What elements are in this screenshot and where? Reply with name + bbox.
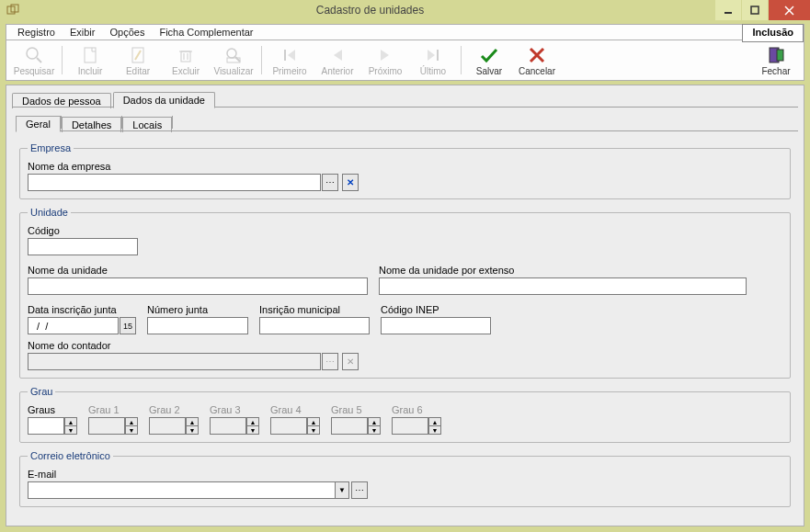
spin-graus[interactable]: ▲▼ bbox=[28, 417, 77, 435]
lookup-empresa-button[interactable]: ⋯ bbox=[322, 174, 338, 191]
clear-empresa-button[interactable]: ✕ bbox=[342, 174, 359, 191]
input-numero-junta[interactable] bbox=[147, 317, 248, 334]
svg-line-7 bbox=[37, 58, 41, 62]
spin-grau3: ▲▼ bbox=[210, 417, 259, 435]
email-lookup-button[interactable]: ⋯ bbox=[351, 481, 368, 499]
input-email[interactable] bbox=[28, 481, 335, 499]
svg-marker-22 bbox=[428, 50, 435, 61]
salvar-button[interactable]: Salvar bbox=[465, 42, 513, 78]
label-insc-municipal: Insrição municipal bbox=[259, 304, 370, 315]
titlebar: Cadastro de unidades bbox=[0, 0, 810, 20]
window-controls bbox=[714, 0, 810, 20]
input-nome-unidade-ext[interactable] bbox=[379, 277, 747, 295]
svg-line-10 bbox=[135, 51, 141, 60]
check-icon bbox=[478, 44, 500, 66]
anterior-button: Anterior bbox=[314, 42, 361, 78]
label-nome-unidade: Nome da unidade bbox=[28, 265, 368, 276]
svg-rect-8 bbox=[85, 48, 96, 62]
cancelar-button[interactable]: Cancelar bbox=[513, 42, 561, 78]
maximize-button[interactable] bbox=[742, 0, 768, 20]
first-icon bbox=[279, 44, 301, 66]
x-small-icon: ✕ bbox=[347, 177, 354, 187]
dropdown-email-button[interactable]: ▼ bbox=[335, 481, 349, 499]
input-grau2 bbox=[149, 417, 186, 435]
label-grau2: Grau 2 bbox=[149, 404, 199, 415]
toolbar: Pesquisar Incluir Editar Excluir Visual bbox=[6, 40, 804, 81]
fechar-button[interactable]: Fechar bbox=[752, 42, 800, 78]
label-nome-empresa: Nome da empresa bbox=[28, 161, 782, 172]
input-nome-empresa[interactable] bbox=[28, 174, 321, 191]
label-grau4: Grau 4 bbox=[270, 404, 320, 415]
svg-rect-3 bbox=[751, 6, 759, 14]
preview-icon bbox=[222, 44, 245, 66]
menubar: Registro Exibir Opções Ficha Complementa… bbox=[6, 24, 804, 40]
spin-down-icon[interactable]: ▼ bbox=[64, 425, 77, 435]
svg-point-6 bbox=[27, 48, 38, 59]
menu-opcoes[interactable]: Opções bbox=[102, 25, 152, 40]
form-area: Empresa Nome da empresa ⋯ ✕ Unidade Códi… bbox=[12, 139, 798, 520]
menu-exibir[interactable]: Exibir bbox=[63, 25, 103, 40]
svg-marker-21 bbox=[381, 50, 389, 61]
label-graus: Graus bbox=[28, 404, 77, 415]
group-empresa: Empresa Nome da empresa ⋯ ✕ bbox=[19, 142, 791, 199]
prev-icon bbox=[326, 44, 348, 66]
tab-geral[interactable]: Geral bbox=[16, 116, 61, 132]
spin-grau5: ▲▼ bbox=[331, 417, 381, 435]
ultimo-button: Último bbox=[409, 42, 457, 78]
tab-locais[interactable]: Locais bbox=[122, 117, 172, 132]
excluir-button: Excluir bbox=[162, 42, 210, 78]
clear-contador-button: ✕ bbox=[342, 353, 359, 370]
spin-grau4: ▲▼ bbox=[270, 417, 320, 435]
trash-icon bbox=[175, 44, 197, 66]
input-graus[interactable] bbox=[28, 417, 64, 435]
legend-unidade: Unidade bbox=[28, 207, 71, 218]
close-button[interactable] bbox=[769, 0, 810, 20]
spin-grau1: ▲▼ bbox=[88, 417, 138, 435]
proximo-button: Próximo bbox=[361, 42, 409, 78]
group-email: Correio eletrônico E-mail ▼ ⋯ bbox=[19, 450, 791, 507]
spin-grau2: ▲▼ bbox=[149, 417, 199, 435]
window: Cadastro de unidades Registro Exibir Opç… bbox=[0, 0, 810, 532]
label-grau5: Grau 5 bbox=[331, 404, 381, 415]
main-tabs: Dados de pessoa Dados da unidade bbox=[12, 89, 798, 108]
spin-up-icon[interactable]: ▲ bbox=[64, 417, 77, 425]
x-small-icon: ✕ bbox=[347, 357, 354, 367]
input-codigo[interactable] bbox=[28, 238, 138, 255]
next-icon bbox=[374, 44, 396, 66]
legend-grau: Grau bbox=[28, 386, 55, 397]
label-codigo-inep: Código INEP bbox=[381, 304, 491, 315]
svg-point-15 bbox=[227, 49, 236, 58]
combo-email[interactable]: ▼ bbox=[28, 481, 349, 499]
ellipsis-icon: ⋯ bbox=[325, 357, 335, 367]
group-grau: Grau Graus ▲▼ Grau 1 ▲▼ bbox=[19, 386, 791, 443]
chevron-down-icon: ▼ bbox=[338, 486, 346, 494]
minimize-button[interactable] bbox=[715, 0, 741, 20]
input-grau1 bbox=[88, 417, 125, 435]
sub-tabs: Geral Detalhes Locais bbox=[16, 113, 798, 131]
menu-registro[interactable]: Registro bbox=[10, 25, 63, 40]
lookup-contador-button: ⋯ bbox=[322, 353, 338, 370]
tab-dados-unidade[interactable]: Dados da unidade bbox=[113, 92, 215, 108]
input-codigo-inep[interactable] bbox=[381, 317, 491, 334]
app-icon bbox=[6, 3, 20, 17]
tab-detalhes[interactable]: Detalhes bbox=[62, 117, 121, 132]
search-icon bbox=[23, 44, 45, 66]
door-icon bbox=[765, 44, 787, 66]
label-numero-junta: Número junta bbox=[147, 304, 248, 315]
pesquisar-button: Pesquisar bbox=[10, 42, 58, 78]
tab-dados-pessoa[interactable]: Dados de pessoa bbox=[12, 93, 111, 108]
menu-ficha-complementar[interactable]: Ficha Complementar bbox=[152, 25, 260, 40]
input-data-inscricao[interactable] bbox=[28, 317, 119, 334]
primeiro-button: Primeiro bbox=[266, 42, 314, 78]
svg-rect-11 bbox=[181, 51, 190, 62]
label-email: E-mail bbox=[28, 469, 782, 480]
svg-rect-27 bbox=[777, 50, 783, 61]
input-nome-unidade[interactable] bbox=[28, 277, 368, 295]
input-insc-municipal[interactable] bbox=[259, 317, 370, 334]
label-contador: Nome do contador bbox=[28, 340, 782, 351]
calendar-icon: 15 bbox=[123, 322, 132, 331]
window-title: Cadastro de unidades bbox=[26, 4, 714, 17]
input-contador bbox=[28, 353, 321, 370]
date-picker-button[interactable]: 15 bbox=[120, 317, 136, 334]
x-icon bbox=[526, 44, 548, 66]
